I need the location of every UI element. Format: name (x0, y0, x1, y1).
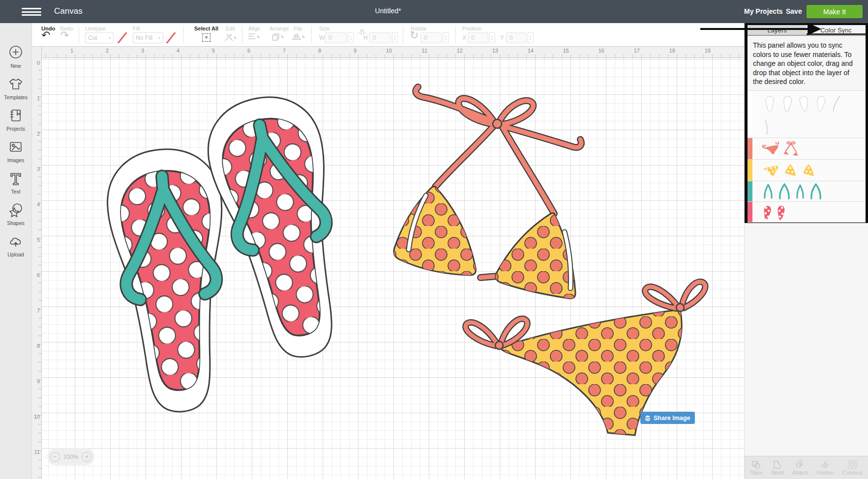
ruler-number: 12 (453, 48, 463, 54)
color-sync-panel: Layers Color Sync This panel allows you … (745, 22, 868, 223)
tab-color-sync[interactable]: Color Sync (807, 25, 866, 35)
text-icon (8, 170, 24, 188)
sidebar-item-images[interactable]: Images (0, 139, 31, 170)
ruler-left: 01234567891011 (32, 47, 42, 479)
color-chip (748, 181, 752, 201)
flip-icon[interactable] (292, 33, 306, 43)
color-chip (748, 160, 752, 181)
menu-icon[interactable] (22, 8, 41, 16)
linetype-color-swatch[interactable] (117, 32, 127, 43)
zoom-in-button[interactable]: + (82, 452, 91, 462)
edit-icon[interactable] (224, 33, 237, 44)
ruler-number: 6 (32, 272, 40, 278)
color-chip (748, 202, 752, 222)
bikini-top[interactable] (394, 87, 581, 299)
layer-thumb-strap (794, 183, 807, 200)
rotate-input[interactable]: 0 (420, 32, 442, 43)
new-icon (8, 45, 24, 62)
layer-thumb-sole-outline (780, 93, 795, 114)
bikini-cup-right (496, 213, 575, 299)
panel-tabs: Layers Color Sync (748, 25, 866, 36)
width-stepper[interactable]: ▲▼ (348, 32, 354, 43)
sidebar-item-projects[interactable]: Projects (0, 108, 31, 139)
color-chip (748, 138, 752, 159)
tab-layers[interactable]: Layers (748, 25, 807, 35)
size-label: Size (319, 26, 329, 31)
save-link[interactable]: Save (786, 7, 802, 15)
color-row-white[interactable] (748, 90, 866, 138)
ruler-number: 2 (32, 131, 40, 137)
sidebar-item-text[interactable]: Text (0, 170, 31, 202)
x-axis-label: X (462, 34, 466, 41)
y-input[interactable]: 0 (506, 32, 527, 43)
height-input[interactable]: 0 (369, 32, 391, 43)
color-row-coral[interactable] (748, 138, 866, 159)
ruler-number: 3 (134, 48, 144, 54)
redo-icon[interactable]: ↷ (60, 30, 69, 41)
canvas-artwork (42, 58, 744, 479)
ruler-number: 7 (276, 48, 286, 54)
layer-thumb-bikini-bottom (761, 163, 780, 178)
align-icon[interactable] (247, 33, 261, 43)
color-sync-description: This panel allows you to sync colors to … (748, 36, 866, 90)
zoom-out-button[interactable]: − (50, 452, 60, 462)
height-stepper[interactable]: ▲▼ (392, 32, 398, 43)
ruler-number: 19 (701, 48, 711, 54)
position-label: Position (462, 26, 481, 31)
ruler-number: 2 (99, 48, 109, 54)
sidebar-item-new[interactable]: New (0, 45, 31, 76)
ruler-number: 18 (665, 48, 675, 54)
my-projects-link[interactable]: My Projects (744, 7, 783, 15)
ruler-number: 1 (32, 95, 40, 101)
x-input[interactable]: 0 (468, 32, 488, 43)
ruler-number: 4 (32, 201, 40, 207)
canvas-area: 01234567891011 1234567891011121314151617… (32, 47, 744, 479)
ruler-number: 14 (524, 48, 534, 54)
header: Canvas Untitled* My Projects Save Make I… (0, 0, 868, 23)
x-stepper[interactable]: ▲▼ (489, 32, 495, 43)
color-row-pink[interactable] (748, 201, 866, 223)
select-all-icon[interactable]: + (202, 33, 210, 42)
layer-thumb-strap (777, 183, 792, 200)
fill-color-swatch[interactable] (166, 32, 176, 43)
layer-thumb-bikini-bottom (761, 141, 780, 156)
ruler-number: 11 (418, 48, 427, 54)
sidebar-item-shapes[interactable]: Shapes (0, 202, 31, 233)
rotate-icon[interactable]: ↻ (410, 30, 419, 41)
color-row-yellow[interactable] (748, 159, 866, 181)
flatten-button[interactable]: Flatten (817, 460, 834, 476)
layer-thumb-sole-outline (797, 93, 811, 114)
edit-toolbar: Undo ↶ Redo ↷ Linetype Cut▾ Fill No Fill… (32, 23, 744, 47)
layer-thumb-strap (761, 183, 775, 200)
layer-thumb-slash (761, 118, 771, 136)
sidebar-item-templates[interactable]: Templates (0, 76, 31, 108)
color-row-teal[interactable] (748, 181, 866, 201)
linetype-select[interactable]: Cut▾ (85, 32, 114, 43)
fill-select[interactable]: No Fill▾ (133, 32, 163, 43)
ruler-number: 9 (347, 48, 357, 54)
layer-thumb-sole-pink (761, 204, 773, 222)
document-title: Untitled* (375, 7, 401, 15)
flip-label: Flip (294, 26, 302, 31)
ruler-number: 6 (240, 48, 250, 54)
contour-button[interactable]: Contour (842, 460, 863, 476)
rotate-stepper[interactable]: ▲▼ (443, 32, 449, 43)
ruler-number: 4 (170, 48, 180, 54)
arrange-icon[interactable] (271, 33, 285, 43)
undo-icon[interactable]: ↶ (41, 30, 50, 41)
y-stepper[interactable]: ▲▼ (528, 32, 534, 43)
ruler-number: 16 (595, 48, 604, 54)
select-all-label: Select All (194, 26, 218, 31)
share-image-button[interactable]: Share Image (640, 412, 695, 424)
attach-button[interactable]: Attach (792, 460, 808, 476)
weld-button[interactable]: Weld (771, 460, 784, 476)
sidebar: New Templates Projects Images Text Shape… (0, 23, 32, 479)
make-it-button[interactable]: Make It (807, 5, 863, 18)
sidebar-item-upload[interactable]: Upload (0, 233, 31, 265)
flip-flop-right[interactable] (199, 88, 363, 366)
width-input[interactable]: 0 (325, 32, 347, 43)
slice-button[interactable]: Slice (750, 460, 763, 476)
layers-icon (644, 415, 651, 421)
photo-icon (8, 139, 24, 157)
ruler-number: 10 (382, 48, 392, 54)
